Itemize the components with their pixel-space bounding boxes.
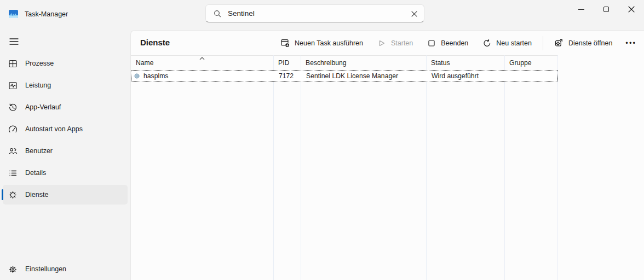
toolbar-buttons: Neuen Task ausführen Starten Beenden <box>274 31 642 55</box>
sidebar-item-details[interactable]: Details <box>3 163 128 183</box>
start-label: Starten <box>391 39 413 47</box>
sidebar-item-label: Benutzer <box>25 147 53 155</box>
minimize-icon <box>578 9 584 10</box>
toolbar: Dienste Neuen Task ausführen Starten <box>131 31 644 55</box>
start-button[interactable]: Starten <box>371 36 419 51</box>
sidebar-item-label: App-Verlauf <box>25 103 61 111</box>
clear-x-icon[interactable] <box>407 8 421 20</box>
settings-gear-icon <box>8 265 18 274</box>
app-history-icon <box>8 103 18 112</box>
maximize-button[interactable] <box>594 0 619 19</box>
column-divider[interactable] <box>557 55 558 280</box>
more-options-button[interactable]: ••• <box>620 37 642 49</box>
column-header-name[interactable]: Name <box>131 56 273 70</box>
restart-icon <box>482 39 491 48</box>
minimize-button[interactable] <box>568 0 594 19</box>
sidebar-footer-label: Einstellungen <box>25 265 66 273</box>
open-services-label: Dienste öffnen <box>568 39 612 47</box>
table-row-hasplms[interactable]: hasplms 7172 Sentinel LDK License Manage… <box>131 70 557 82</box>
performance-icon <box>8 81 18 90</box>
users-icon <box>8 147 18 156</box>
column-divider[interactable] <box>301 55 301 280</box>
cell-beschreibung: Sentinel LDK License Manager <box>301 71 427 81</box>
sidebar-item-benutzer[interactable]: Benutzer <box>3 141 128 161</box>
restart-button[interactable]: Neu starten <box>476 36 538 51</box>
sidebar-item-leistung[interactable]: Leistung <box>3 75 128 95</box>
sidebar-item-autostart[interactable]: Autostart von Apps <box>3 119 128 139</box>
window-controls <box>568 0 644 19</box>
cell-name: hasplms <box>131 71 274 81</box>
content-panel: Dienste Neuen Task ausführen Starten <box>130 30 644 280</box>
column-divider[interactable] <box>504 55 505 280</box>
page-title: Dienste <box>140 38 170 47</box>
run-new-task-label: Neuen Task ausführen <box>295 39 363 47</box>
restart-label: Neu starten <box>496 39 532 47</box>
toolbar-separator <box>543 36 543 50</box>
column-header-gruppe[interactable]: Gruppe <box>504 56 557 70</box>
stop-label: Beenden <box>441 39 468 47</box>
service-gear-icon <box>133 72 141 80</box>
sidebar-item-label: Dienste <box>25 191 48 199</box>
sidebar-item-label: Details <box>25 169 46 177</box>
sidebar: Prozesse Leistung App-Verlauf Autos <box>0 30 130 280</box>
processes-icon <box>8 59 18 68</box>
details-icon <box>8 168 18 178</box>
stop-button[interactable]: Beenden <box>421 36 475 51</box>
stop-square-icon <box>427 39 436 48</box>
task-manager-logo <box>9 9 18 19</box>
search-box[interactable] <box>205 4 424 22</box>
service-name: hasplms <box>143 71 168 81</box>
play-icon <box>377 39 386 48</box>
close-icon <box>628 6 635 13</box>
sidebar-item-label: Leistung <box>25 81 51 89</box>
sidebar-item-label: Autostart von Apps <box>25 125 83 133</box>
cell-gruppe <box>505 71 558 81</box>
menu-toggle-button[interactable] <box>4 33 23 50</box>
magnifier-icon <box>213 9 222 18</box>
hamburger-icon <box>9 38 19 45</box>
task-manager-window: { "titlebar": { "app_title": "Task-Manag… <box>0 0 644 280</box>
column-header-beschreibung[interactable]: Beschreibung <box>301 56 426 70</box>
new-task-icon <box>280 38 290 48</box>
maximize-icon <box>603 7 609 12</box>
sidebar-item-label: Prozesse <box>25 60 54 67</box>
cell-status: Wird ausgeführt <box>427 71 505 81</box>
column-header-status[interactable]: Status <box>426 56 504 70</box>
services-icon <box>8 190 18 200</box>
run-new-task-button[interactable]: Neuen Task ausführen <box>274 35 370 51</box>
app-title: Task-Manager <box>25 10 68 18</box>
search-input[interactable] <box>228 5 392 21</box>
open-services-button[interactable]: Dienste öffnen <box>548 35 619 51</box>
column-divider[interactable] <box>273 55 274 280</box>
sidebar-item-einstellungen[interactable]: Einstellungen <box>3 259 128 279</box>
sidebar-item-app-verlauf[interactable]: App-Verlauf <box>3 97 128 117</box>
open-services-icon <box>554 38 564 48</box>
titlebar: Task-Manager <box>0 0 644 30</box>
sidebar-item-dienste[interactable]: Dienste <box>3 185 128 205</box>
sidebar-nav: Prozesse Leistung App-Verlauf Autos <box>0 54 130 207</box>
cell-pid: 7172 <box>274 71 301 81</box>
column-divider[interactable] <box>426 55 427 280</box>
sidebar-item-prozesse[interactable]: Prozesse <box>3 54 128 73</box>
close-button[interactable] <box>619 0 644 19</box>
ellipsis-icon: ••• <box>625 39 636 47</box>
table-header: Name PID Beschreibung Status Gruppe <box>131 56 557 70</box>
startup-apps-icon <box>8 125 18 134</box>
column-header-pid[interactable]: PID <box>273 56 301 70</box>
